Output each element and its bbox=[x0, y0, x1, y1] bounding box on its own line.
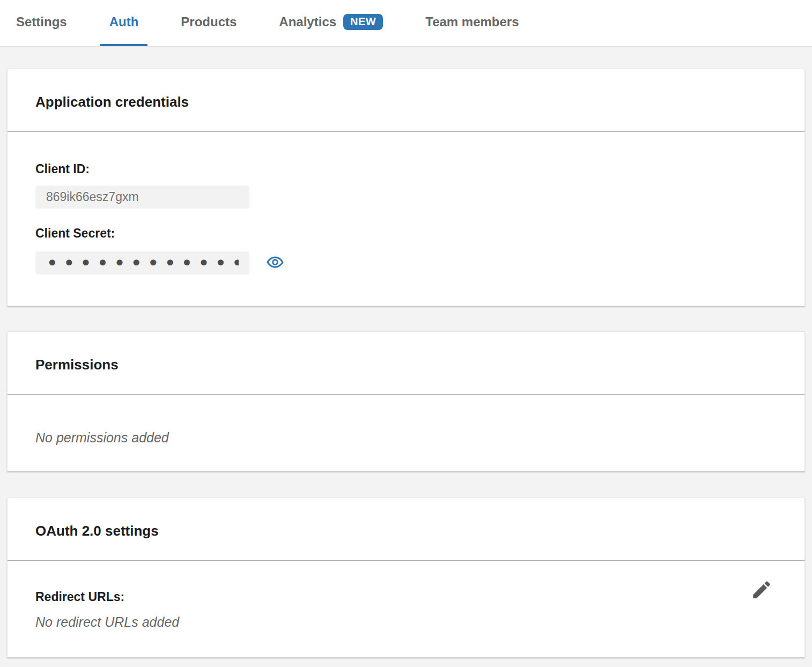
client-secret-row: •••••••••••••••• bbox=[35, 241, 777, 275]
tab-auth[interactable]: Auth bbox=[100, 0, 148, 46]
redirect-urls-empty-state: No redirect URLs added bbox=[35, 614, 777, 630]
tab-label: Analytics bbox=[279, 14, 336, 29]
card-title: Permissions bbox=[35, 357, 777, 373]
client-secret-masked-value: •••••••••••••••• bbox=[46, 253, 239, 274]
tab-team-members[interactable]: Team members bbox=[416, 0, 528, 46]
client-id-field: 869ik66esz7gxm bbox=[35, 186, 249, 209]
new-badge: NEW bbox=[343, 14, 383, 30]
tab-label: Settings bbox=[16, 14, 67, 29]
client-id-value: 869ik66esz7gxm bbox=[46, 190, 139, 204]
permissions-empty-state: No permissions added bbox=[35, 430, 777, 446]
tab-label: Auth bbox=[109, 14, 139, 29]
pencil-icon bbox=[750, 579, 773, 601]
permissions-card: Permissions No permissions added bbox=[7, 331, 805, 471]
tab-settings[interactable]: Settings bbox=[7, 0, 76, 46]
client-secret-label: Client Secret: bbox=[35, 226, 777, 241]
card-body: No permissions added bbox=[8, 395, 804, 471]
tab-products[interactable]: Products bbox=[172, 0, 246, 46]
card-title: Application credentials bbox=[35, 94, 777, 110]
tab-label: Team members bbox=[425, 14, 519, 29]
edit-redirect-urls-button[interactable] bbox=[750, 579, 773, 601]
card-body: Redirect URLs: No redirect URLs added bbox=[8, 561, 804, 657]
card-header: OAuth 2.0 settings bbox=[8, 498, 804, 561]
redirect-urls-label: Redirect URLs: bbox=[35, 590, 777, 604]
reveal-secret-button[interactable] bbox=[266, 253, 284, 271]
card-body: Client ID: 869ik66esz7gxm Client Secret:… bbox=[8, 132, 804, 306]
tab-bar: Settings Auth Products Analytics NEW Tea… bbox=[0, 0, 812, 47]
tab-analytics[interactable]: Analytics NEW bbox=[270, 0, 392, 46]
client-secret-field: •••••••••••••••• bbox=[35, 251, 249, 275]
eye-icon bbox=[266, 253, 284, 271]
card-header: Permissions bbox=[8, 332, 804, 395]
client-id-label: Client ID: bbox=[35, 162, 777, 176]
card-title: OAuth 2.0 settings bbox=[35, 523, 777, 539]
oauth-settings-card: OAuth 2.0 settings Redirect URLs: No red… bbox=[7, 498, 805, 657]
application-credentials-card: Application credentials Client ID: 869ik… bbox=[7, 69, 805, 306]
card-header: Application credentials bbox=[8, 69, 804, 132]
tab-label: Products bbox=[181, 14, 237, 29]
